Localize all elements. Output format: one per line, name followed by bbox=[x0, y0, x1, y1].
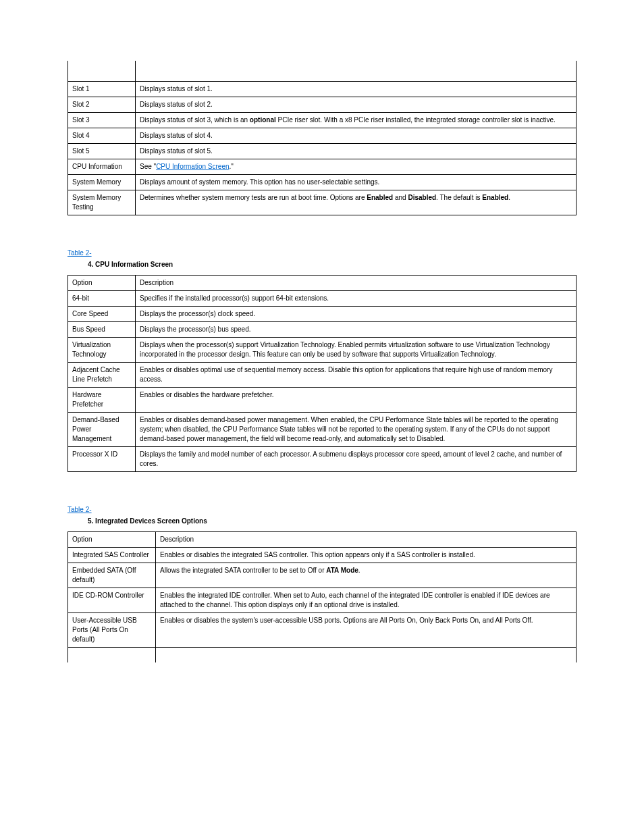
table-5: Option Description Integrated SAS Contro… bbox=[68, 531, 576, 662]
opt-sysmem: System Memory bbox=[68, 175, 136, 190]
th-description: Description bbox=[136, 276, 576, 291]
desc-busspeed: Displays the processor(s) bus speed. bbox=[136, 322, 576, 338]
table-label-4: Table 2- bbox=[68, 249, 576, 257]
opt-idecdrom: IDE CD-ROM Controller bbox=[68, 588, 156, 613]
desc-sysmem: Displays amount of system memory. This o… bbox=[136, 175, 576, 190]
desc-cpuinfo: See "CPU Information Screen." bbox=[136, 159, 576, 175]
desc-usbports: Enables or disables the system's user-ac… bbox=[156, 613, 576, 648]
text-bold: Enabled bbox=[482, 194, 508, 201]
text: . The default is bbox=[436, 194, 482, 201]
desc-demandpwr: Enables or disables demand-based power m… bbox=[136, 413, 576, 447]
link-table-2-4[interactable]: Table 2- bbox=[68, 249, 92, 257]
text-bold: optional bbox=[250, 116, 276, 124]
desc-idecdrom: Enables the integrated IDE controller. W… bbox=[156, 588, 576, 613]
table-caption-4: 4. CPU Information Screen bbox=[88, 261, 576, 268]
desc-adjcache: Enables or disables optimal use of seque… bbox=[136, 363, 576, 388]
opt-intsas: Integrated SAS Controller bbox=[68, 548, 156, 563]
th-option: Option bbox=[68, 532, 156, 548]
opt-virttech: Virtualization Technology bbox=[68, 338, 136, 363]
opt-slot4: Slot 4 bbox=[68, 128, 136, 144]
document-page: Slot 1 Displays status of slot 1. Slot 2… bbox=[0, 0, 644, 689]
desc-embsata: Allows the integrated SATA controller to… bbox=[156, 563, 576, 588]
text: and bbox=[393, 194, 408, 201]
desc-slot4: Displays status of slot 4. bbox=[136, 128, 576, 144]
opt-cpuinfo: CPU Information bbox=[68, 159, 136, 175]
desc-slot1: Displays status of slot 1. bbox=[136, 82, 576, 97]
desc-sysmemtest: Determines whether system memory tests a… bbox=[136, 190, 576, 215]
text: Displays status of slot 3, which is an bbox=[140, 116, 250, 124]
text-bold: Disabled bbox=[408, 194, 436, 201]
link-cpu-information[interactable]: CPU Information Screen bbox=[156, 163, 229, 170]
text: ." bbox=[230, 163, 234, 170]
desc-slot5: Displays status of slot 5. bbox=[136, 144, 576, 159]
opt-procxid: Processor X ID bbox=[68, 447, 136, 472]
opt-embsata: Embedded SATA (Off default) bbox=[68, 563, 156, 588]
opt-slot2: Slot 2 bbox=[68, 97, 136, 113]
th-description: Description bbox=[156, 532, 576, 548]
opt-demandpwr: Demand-Based Power Management bbox=[68, 413, 136, 447]
text: See " bbox=[140, 163, 156, 170]
table-caption-5: 5. Integrated Devices Screen Options bbox=[88, 517, 576, 525]
text: Allows the integrated SATA controller to… bbox=[160, 567, 326, 574]
text: Determines whether system memory tests a… bbox=[140, 194, 367, 201]
table-4: Option Description 64-bit Specifies if t… bbox=[68, 275, 576, 472]
table-label-5: Table 2- bbox=[68, 506, 576, 513]
text-bold: ATA Mode bbox=[326, 567, 358, 574]
text-bold: Enabled bbox=[367, 194, 393, 201]
table-cell bbox=[136, 61, 576, 82]
table-cell bbox=[68, 61, 136, 82]
desc-slot3: Displays status of slot 3, which is an o… bbox=[136, 113, 576, 128]
desc-virttech: Displays when the processor(s) support V… bbox=[136, 338, 576, 363]
text: . bbox=[508, 194, 510, 201]
opt-busspeed: Bus Speed bbox=[68, 322, 136, 338]
opt-adjcache: Adjacent Cache Line Prefetch bbox=[68, 363, 136, 388]
opt-slot3: Slot 3 bbox=[68, 113, 136, 128]
opt-sysmemtest: System Memory Testing bbox=[68, 190, 136, 215]
opt-slot1: Slot 1 bbox=[68, 82, 136, 97]
opt-slot5: Slot 5 bbox=[68, 144, 136, 159]
table-cell bbox=[156, 648, 576, 663]
link-table-2-5[interactable]: Table 2- bbox=[68, 506, 92, 513]
desc-64bit: Specifies if the installed processor(s) … bbox=[136, 291, 576, 307]
text: . bbox=[358, 567, 360, 574]
desc-procxid: Displays the family and model number of … bbox=[136, 447, 576, 472]
opt-corespeed: Core Speed bbox=[68, 307, 136, 322]
opt-64bit: 64-bit bbox=[68, 291, 136, 307]
table-cell bbox=[68, 648, 156, 663]
desc-corespeed: Displays the processor(s) clock speed. bbox=[136, 307, 576, 322]
desc-intsas: Enables or disables the integrated SAS c… bbox=[156, 548, 576, 563]
desc-slot2: Displays status of slot 2. bbox=[136, 97, 576, 113]
opt-usbports: User-Accessible USB Ports (All Ports On … bbox=[68, 613, 156, 648]
opt-hwpref: Hardware Prefetcher bbox=[68, 388, 136, 413]
desc-hwpref: Enables or disables the hardware prefetc… bbox=[136, 388, 576, 413]
table-3: Slot 1 Displays status of slot 1. Slot 2… bbox=[68, 61, 576, 215]
text: PCIe riser slot. With a x8 PCIe riser in… bbox=[276, 116, 556, 124]
th-option: Option bbox=[68, 276, 136, 291]
